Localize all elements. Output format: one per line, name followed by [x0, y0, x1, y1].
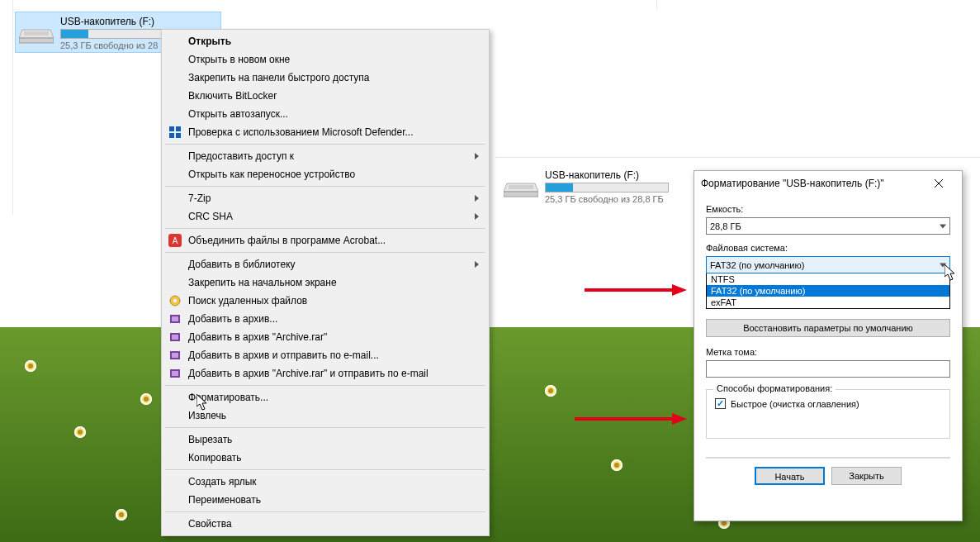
chevron-right-icon [475, 213, 479, 220]
fs-option-exfat[interactable]: exFAT [707, 297, 949, 308]
fs-option-fat32[interactable]: FAT32 (по умолчанию) [707, 285, 949, 297]
usb-drive-icon [502, 168, 540, 204]
svg-rect-17 [172, 335, 178, 340]
chevron-right-icon [475, 153, 479, 159]
ctx-add-archive-rar[interactable]: Добавить в архив "Archive.rar" [163, 328, 487, 346]
chevron-right-icon [475, 261, 479, 268]
ctx-add-archive[interactable]: Добавить в архив... [163, 310, 487, 328]
svg-rect-15 [172, 316, 178, 321]
ctx-open-autoplay[interactable]: Открыть автозапуск... [163, 105, 487, 123]
close-button[interactable] [922, 172, 955, 195]
dialog-separator [706, 457, 950, 459]
annotation-arrow [575, 413, 687, 425]
usb-drive-icon [17, 14, 55, 50]
winrar-icon [168, 312, 182, 326]
filesystem-dropdown: NTFS FAT32 (по умолчанию) exFAT [706, 273, 950, 309]
svg-rect-4 [504, 192, 538, 197]
winrar-icon [168, 349, 182, 362]
format-methods-group: Способы форматирования: ✓ Быстрое (очист… [706, 389, 950, 439]
ctx-combine-acrobat[interactable]: A Объединить файлы в программе Acrobat..… [163, 231, 487, 250]
ctx-add-archive-rar-email[interactable]: Добавить в архив "Archive.rar" и отправи… [163, 364, 487, 383]
annotation-arrow [585, 284, 687, 296]
volume-input[interactable] [706, 360, 950, 378]
ctx-pin-quick-access[interactable]: Закрепить на панели быстрого доступа [163, 69, 487, 87]
svg-rect-21 [172, 371, 178, 376]
chevron-right-icon [475, 195, 479, 202]
ctx-crc-sha[interactable]: CRC SHA [163, 207, 487, 226]
winrar-icon [168, 330, 182, 344]
svg-rect-8 [169, 133, 174, 138]
svg-rect-9 [176, 133, 181, 138]
capacity-label: Емкость: [706, 204, 950, 214]
dialog-title: Форматирование "USB-накопитель (F:)" [701, 178, 884, 189]
ctx-eject[interactable]: Извлечь [163, 406, 487, 425]
svg-rect-1 [19, 38, 54, 43]
ctx-format[interactable]: Форматировать... [163, 388, 487, 406]
chevron-down-icon [940, 224, 946, 228]
dialog-titlebar[interactable]: Форматирование "USB-накопитель (F:)" [694, 171, 962, 196]
ctx-cut[interactable]: Вырезать [163, 430, 487, 449]
chevron-down-icon [940, 263, 946, 267]
drive-label: USB-накопитель (F:) [60, 16, 184, 27]
drive-tile-usb-right[interactable]: USB-накопитель (F:) 25,3 ГБ свободно из … [499, 165, 706, 207]
drive-capacity-bar [545, 183, 669, 193]
filesystem-combo[interactable]: FAT32 (по умолчанию) [706, 256, 950, 273]
drive-free-text: 25,3 ГБ свободно из 28,8 ГБ [545, 194, 669, 204]
context-menu: Открыть Открыть в новом окне Закрепить н… [161, 29, 490, 536]
svg-rect-19 [172, 353, 178, 358]
ctx-give-access[interactable]: Предоставить доступ к [163, 147, 487, 165]
ctx-open-new-window[interactable]: Открыть в новом окне [163, 50, 487, 69]
format-dialog: Форматирование "USB-накопитель (F:)" Емк… [694, 170, 963, 521]
capacity-combo[interactable]: 28,8 ГБ [706, 217, 950, 235]
volume-label: Метка тома: [706, 347, 950, 357]
close-icon [935, 179, 943, 188]
quick-format-label: Быстрое (очистка оглавления) [731, 399, 859, 409]
svg-point-13 [173, 299, 177, 302]
fs-option-ntfs[interactable]: NTFS [707, 273, 949, 285]
acrobat-icon: A [168, 234, 182, 247]
svg-rect-6 [169, 126, 174, 131]
ctx-recuva[interactable]: Поиск удаленных файлов [163, 292, 487, 310]
shield-icon [168, 126, 182, 139]
svg-rect-2 [24, 31, 49, 36]
ctx-add-archive-email[interactable]: Добавить в архив и отправить по e-mail..… [163, 346, 487, 364]
ctx-open[interactable]: Открыть [163, 32, 487, 50]
restore-defaults-button[interactable]: Восстановить параметры по умолчанию [706, 319, 950, 337]
ctx-create-shortcut[interactable]: Создать ярлык [163, 473, 487, 491]
close-dialog-button[interactable]: Закрыть [831, 467, 902, 485]
ctx-properties[interactable]: Свойства [163, 515, 487, 533]
svg-text:A: A [173, 236, 178, 245]
drive-label: USB-накопитель (F:) [545, 169, 669, 181]
winrar-icon [168, 367, 182, 380]
filesystem-label: Файловая система: [706, 243, 950, 253]
ctx-7zip[interactable]: 7-Zip [163, 189, 487, 207]
ctx-add-library[interactable]: Добавить в библиотеку [163, 255, 487, 273]
ctx-open-portable[interactable]: Открыть как переносное устройство [163, 165, 487, 183]
ctx-copy[interactable]: Копировать [163, 449, 487, 467]
ctx-rename[interactable]: Переименовать [163, 491, 487, 509]
format-methods-legend: Способы форматирования: [713, 383, 836, 393]
recuva-icon [168, 294, 182, 307]
quick-format-checkbox[interactable]: ✓ [715, 398, 726, 409]
ctx-enable-bitlocker[interactable]: Включить BitLocker [163, 87, 487, 105]
start-button[interactable]: Начать [755, 467, 825, 485]
ctx-pin-start[interactable]: Закрепить на начальном экране [163, 273, 487, 292]
ctx-defender-scan[interactable]: Проверка с использованием Microsoft Defe… [163, 123, 487, 141]
svg-rect-5 [509, 185, 533, 189]
svg-rect-7 [176, 126, 181, 131]
